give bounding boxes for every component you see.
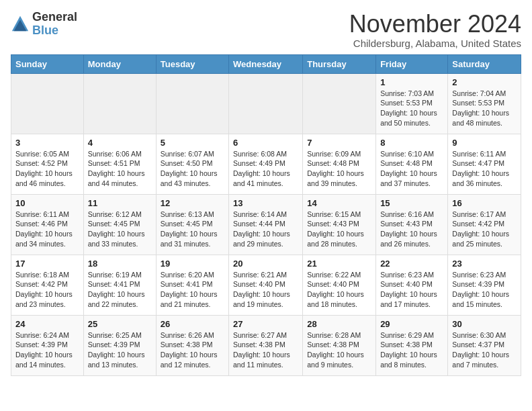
calendar-week-3: 10Sunrise: 6:11 AMSunset: 4:46 PMDayligh… [11, 194, 521, 255]
calendar-header-row: SundayMondayTuesdayWednesdayThursdayFrid… [11, 54, 521, 73]
day-info: Sunrise: 6:23 AMSunset: 4:39 PMDaylight:… [452, 270, 517, 310]
calendar-cell: 16Sunrise: 6:17 AMSunset: 4:42 PMDayligh… [448, 194, 521, 255]
day-info: Sunrise: 7:04 AMSunset: 5:53 PMDaylight:… [452, 89, 517, 128]
calendar-cell: 18Sunrise: 6:19 AMSunset: 4:41 PMDayligh… [83, 255, 156, 315]
month-title: November 2024 [349, 11, 521, 38]
day-number: 29 [380, 319, 443, 329]
calendar-cell: 29Sunrise: 6:29 AMSunset: 4:38 PMDayligh… [376, 315, 448, 375]
day-number: 9 [452, 138, 517, 148]
calendar-cell: 30Sunrise: 6:30 AMSunset: 4:37 PMDayligh… [448, 315, 521, 375]
logo: General Blue [11, 11, 77, 38]
day-info: Sunrise: 6:17 AMSunset: 4:42 PMDaylight:… [452, 210, 517, 249]
day-info: Sunrise: 6:05 AMSunset: 4:52 PMDaylight:… [15, 149, 79, 189]
day-number: 11 [88, 198, 152, 208]
location-text: Childersburg, Alabama, United States [349, 38, 521, 49]
calendar-week-4: 17Sunrise: 6:18 AMSunset: 4:42 PMDayligh… [11, 255, 521, 315]
calendar-cell [83, 73, 156, 134]
day-info: Sunrise: 6:22 AMSunset: 4:40 PMDaylight:… [307, 270, 371, 310]
day-number: 26 [161, 319, 224, 329]
calendar-cell: 11Sunrise: 6:12 AMSunset: 4:45 PMDayligh… [83, 194, 156, 255]
calendar-cell: 7Sunrise: 6:09 AMSunset: 4:48 PMDaylight… [303, 134, 376, 194]
day-info: Sunrise: 6:29 AMSunset: 4:38 PMDaylight:… [380, 330, 443, 370]
day-number: 10 [15, 198, 79, 208]
calendar-cell: 15Sunrise: 6:16 AMSunset: 4:43 PMDayligh… [376, 194, 448, 255]
day-number: 30 [452, 319, 517, 329]
day-number: 5 [161, 138, 224, 148]
logo-icon [11, 15, 30, 34]
day-info: Sunrise: 6:10 AMSunset: 4:48 PMDaylight:… [380, 149, 443, 189]
day-info: Sunrise: 6:21 AMSunset: 4:40 PMDaylight:… [233, 270, 298, 310]
calendar-cell: 28Sunrise: 6:28 AMSunset: 4:38 PMDayligh… [303, 315, 376, 375]
day-info: Sunrise: 6:28 AMSunset: 4:38 PMDaylight:… [307, 330, 371, 370]
day-number: 19 [161, 259, 224, 269]
day-info: Sunrise: 6:15 AMSunset: 4:43 PMDaylight:… [307, 210, 371, 249]
logo-general-text: General [32, 10, 77, 24]
day-info: Sunrise: 6:18 AMSunset: 4:42 PMDaylight:… [15, 270, 79, 310]
calendar-cell: 19Sunrise: 6:20 AMSunset: 4:41 PMDayligh… [156, 255, 228, 315]
day-info: Sunrise: 6:06 AMSunset: 4:51 PMDaylight:… [88, 149, 152, 189]
calendar-week-1: 1Sunrise: 7:03 AMSunset: 5:53 PMDaylight… [11, 73, 521, 134]
calendar-cell: 3Sunrise: 6:05 AMSunset: 4:52 PMDaylight… [11, 134, 84, 194]
day-number: 3 [15, 138, 79, 148]
day-info: Sunrise: 6:11 AMSunset: 4:47 PMDaylight:… [452, 149, 517, 189]
calendar-cell [11, 73, 84, 134]
day-info: Sunrise: 6:13 AMSunset: 4:45 PMDaylight:… [161, 210, 224, 249]
day-number: 6 [233, 138, 298, 148]
day-number: 1 [380, 77, 443, 87]
day-number: 8 [380, 138, 443, 148]
calendar-cell [156, 73, 228, 134]
calendar-cell: 27Sunrise: 6:27 AMSunset: 4:38 PMDayligh… [229, 315, 303, 375]
calendar-cell: 1Sunrise: 7:03 AMSunset: 5:53 PMDaylight… [376, 73, 448, 134]
day-info: Sunrise: 7:03 AMSunset: 5:53 PMDaylight:… [380, 89, 443, 128]
day-number: 14 [307, 198, 371, 208]
calendar-cell: 13Sunrise: 6:14 AMSunset: 4:44 PMDayligh… [229, 194, 303, 255]
calendar-cell: 14Sunrise: 6:15 AMSunset: 4:43 PMDayligh… [303, 194, 376, 255]
day-number: 22 [380, 259, 443, 269]
page-header: General Blue November 2024 Childersburg,… [11, 11, 521, 49]
day-number: 15 [380, 198, 443, 208]
day-info: Sunrise: 6:07 AMSunset: 4:50 PMDaylight:… [161, 149, 224, 189]
day-info: Sunrise: 6:20 AMSunset: 4:41 PMDaylight:… [161, 270, 224, 310]
calendar-table: SundayMondayTuesdayWednesdayThursdayFrid… [11, 54, 521, 376]
calendar-cell: 5Sunrise: 6:07 AMSunset: 4:50 PMDaylight… [156, 134, 228, 194]
calendar-cell: 23Sunrise: 6:23 AMSunset: 4:39 PMDayligh… [448, 255, 521, 315]
calendar-cell: 6Sunrise: 6:08 AMSunset: 4:49 PMDaylight… [229, 134, 303, 194]
calendar-cell: 26Sunrise: 6:26 AMSunset: 4:38 PMDayligh… [156, 315, 228, 375]
day-info: Sunrise: 6:14 AMSunset: 4:44 PMDaylight:… [233, 210, 298, 249]
day-info: Sunrise: 6:11 AMSunset: 4:46 PMDaylight:… [15, 210, 79, 249]
day-info: Sunrise: 6:27 AMSunset: 4:38 PMDaylight:… [233, 330, 298, 370]
col-header-sunday: Sunday [11, 54, 84, 73]
calendar-cell: 8Sunrise: 6:10 AMSunset: 4:48 PMDaylight… [376, 134, 448, 194]
calendar-week-5: 24Sunrise: 6:24 AMSunset: 4:39 PMDayligh… [11, 315, 521, 375]
calendar-cell: 20Sunrise: 6:21 AMSunset: 4:40 PMDayligh… [229, 255, 303, 315]
calendar-week-2: 3Sunrise: 6:05 AMSunset: 4:52 PMDaylight… [11, 134, 521, 194]
col-header-monday: Monday [83, 54, 156, 73]
day-number: 2 [452, 77, 517, 87]
day-number: 27 [233, 319, 298, 329]
day-number: 28 [307, 319, 371, 329]
day-info: Sunrise: 6:30 AMSunset: 4:37 PMDaylight:… [452, 330, 517, 370]
day-number: 16 [452, 198, 517, 208]
day-info: Sunrise: 6:09 AMSunset: 4:48 PMDaylight:… [307, 149, 371, 189]
day-number: 13 [233, 198, 298, 208]
calendar-cell: 21Sunrise: 6:22 AMSunset: 4:40 PMDayligh… [303, 255, 376, 315]
day-info: Sunrise: 6:19 AMSunset: 4:41 PMDaylight:… [88, 270, 152, 310]
calendar-cell: 22Sunrise: 6:23 AMSunset: 4:40 PMDayligh… [376, 255, 448, 315]
day-number: 21 [307, 259, 371, 269]
day-info: Sunrise: 6:23 AMSunset: 4:40 PMDaylight:… [380, 270, 443, 310]
col-header-friday: Friday [376, 54, 448, 73]
day-number: 12 [161, 198, 224, 208]
col-header-thursday: Thursday [303, 54, 376, 73]
calendar-cell: 12Sunrise: 6:13 AMSunset: 4:45 PMDayligh… [156, 194, 228, 255]
title-block: November 2024 Childersburg, Alabama, Uni… [349, 11, 521, 49]
col-header-wednesday: Wednesday [229, 54, 303, 73]
day-number: 17 [15, 259, 79, 269]
day-info: Sunrise: 6:24 AMSunset: 4:39 PMDaylight:… [15, 330, 79, 370]
day-info: Sunrise: 6:16 AMSunset: 4:43 PMDaylight:… [380, 210, 443, 249]
day-info: Sunrise: 6:12 AMSunset: 4:45 PMDaylight:… [88, 210, 152, 249]
day-number: 24 [15, 319, 79, 329]
day-number: 18 [88, 259, 152, 269]
calendar-cell: 4Sunrise: 6:06 AMSunset: 4:51 PMDaylight… [83, 134, 156, 194]
day-number: 4 [88, 138, 152, 148]
calendar-cell: 17Sunrise: 6:18 AMSunset: 4:42 PMDayligh… [11, 255, 84, 315]
